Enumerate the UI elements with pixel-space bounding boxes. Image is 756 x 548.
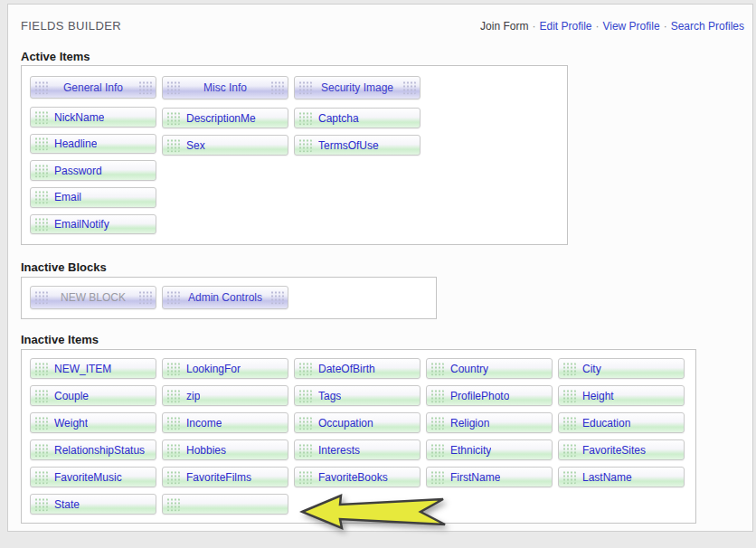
field-item-inactive[interactable]: Couple (30, 385, 156, 406)
drag-handle-icon[interactable] (562, 416, 576, 430)
drag-handle-icon[interactable] (298, 138, 312, 152)
drag-handle-icon[interactable] (298, 362, 312, 375)
field-item-inactive[interactable]: FavoriteMusic (30, 467, 156, 487)
drag-handle-icon[interactable] (166, 416, 180, 430)
field-item-inactive[interactable]: NEW_ITEM (30, 358, 156, 379)
field-item-inactive[interactable]: LookingFor (162, 358, 288, 379)
drag-handle-icon[interactable] (298, 416, 312, 430)
field-item-inactive[interactable]: Education (558, 412, 685, 433)
nav-link-1[interactable]: Edit Profile (539, 20, 591, 33)
field-item-active[interactable]: NickName (30, 107, 156, 128)
field-item-inactive[interactable]: FirstName (426, 467, 553, 487)
drag-handle-icon[interactable] (166, 443, 180, 457)
field-item-inactive[interactable]: Occupation (294, 412, 421, 433)
drag-handle-icon[interactable] (298, 81, 312, 95)
field-item-inactive[interactable]: RelationshipStatus (30, 439, 156, 460)
drag-handle-icon[interactable] (34, 443, 48, 457)
drag-handle-icon[interactable] (34, 497, 48, 511)
field-item-active[interactable]: EmailNotify (30, 214, 156, 235)
field-item-active[interactable]: Headline (30, 134, 156, 155)
field-item-inactive[interactable]: Height (558, 385, 685, 406)
item-label: Religion (450, 417, 489, 430)
field-item-inactive[interactable]: State (30, 494, 156, 515)
field-item-inactive[interactable]: Interests (294, 439, 421, 460)
field-item-active[interactable]: DescriptionMe (162, 108, 288, 128)
block-item-active[interactable]: Security Image (294, 76, 421, 99)
drag-handle-icon[interactable] (138, 291, 152, 305)
drag-handle-icon[interactable] (298, 443, 312, 457)
drag-handle-icon[interactable] (562, 389, 576, 402)
drag-handle-icon[interactable] (166, 470, 180, 484)
drag-handle-icon[interactable] (298, 470, 312, 484)
drag-handle-icon[interactable] (166, 497, 180, 511)
drag-handle-icon[interactable] (34, 217, 48, 231)
drag-handle-icon[interactable] (34, 137, 48, 151)
drag-handle-icon[interactable] (430, 443, 444, 457)
item-label: LookingFor (186, 363, 241, 375)
drag-handle-icon[interactable] (138, 80, 152, 94)
drag-handle-icon[interactable] (270, 291, 284, 305)
block-item-inactive[interactable]: NEW BLOCK (30, 286, 156, 309)
nav-link-0[interactable]: Join Form (480, 20, 528, 33)
field-item-inactive[interactable]: Hobbies (162, 439, 288, 460)
drag-handle-icon[interactable] (402, 81, 416, 95)
field-item-inactive[interactable]: Weight (30, 412, 156, 433)
field-item-inactive[interactable]: Tags (294, 385, 421, 406)
drag-handle-icon[interactable] (562, 470, 576, 484)
field-item-active[interactable]: TermsOfUse (294, 135, 421, 156)
inactive-blocks-box: NEW BLOCKAdmin Controls (21, 277, 437, 319)
nav-link-2[interactable]: View Profile (602, 20, 659, 33)
drag-handle-icon[interactable] (166, 111, 180, 125)
drag-handle-icon[interactable] (298, 389, 312, 402)
drag-handle-icon[interactable] (34, 110, 48, 124)
drag-handle-icon[interactable] (34, 164, 48, 177)
item-label: Country (450, 363, 488, 375)
block-item-active[interactable]: Misc Info (162, 76, 288, 99)
drag-handle-icon[interactable] (270, 81, 284, 95)
field-item-inactive[interactable]: Religion (426, 412, 553, 433)
drag-handle-icon[interactable] (430, 362, 444, 375)
drag-handle-icon[interactable] (34, 80, 48, 94)
drag-handle-icon[interactable] (34, 389, 48, 402)
item-label: Captcha (318, 112, 359, 125)
drag-handle-icon[interactable] (34, 291, 48, 305)
field-item-inactive[interactable] (162, 494, 288, 515)
drag-handle-icon[interactable] (34, 470, 48, 484)
field-item-inactive[interactable]: LastName (558, 467, 685, 487)
field-item-inactive[interactable]: DateOfBirth (294, 358, 421, 379)
drag-handle-icon[interactable] (430, 470, 444, 484)
field-item-inactive[interactable]: Country (426, 358, 553, 379)
field-item-inactive[interactable]: FavoriteBooks (294, 467, 421, 487)
item-label: Couple (54, 390, 89, 402)
drag-handle-icon[interactable] (166, 81, 180, 95)
field-item-active[interactable]: Email (30, 187, 156, 208)
field-item-inactive[interactable]: FavoriteFilms (162, 467, 288, 487)
drag-handle-icon[interactable] (166, 138, 180, 152)
field-item-active[interactable]: Sex (162, 135, 288, 156)
drag-handle-icon[interactable] (562, 443, 576, 457)
drag-handle-icon[interactable] (562, 362, 576, 375)
item-label: FavoriteSites (582, 444, 646, 457)
drag-handle-icon[interactable] (298, 111, 312, 125)
drag-handle-icon[interactable] (166, 389, 180, 402)
field-item-active[interactable]: Password (30, 160, 156, 181)
drag-handle-icon[interactable] (166, 362, 180, 375)
field-item-inactive[interactable]: zip (162, 385, 288, 406)
drag-handle-icon[interactable] (166, 291, 180, 305)
field-item-inactive[interactable]: ProfilePhoto (426, 385, 553, 406)
item-label: RelationshipStatus (54, 444, 145, 457)
block-item-inactive[interactable]: Admin Controls (162, 286, 288, 309)
drag-handle-icon[interactable] (34, 362, 48, 375)
drag-handle-icon[interactable] (430, 416, 444, 430)
drag-handle-icon[interactable] (430, 389, 444, 402)
nav-link-3[interactable]: Search Profiles (671, 20, 744, 33)
drag-handle-icon[interactable] (34, 191, 48, 204)
drag-handle-icon[interactable] (34, 416, 48, 430)
field-item-inactive[interactable]: City (558, 358, 685, 379)
field-item-active[interactable]: Captcha (294, 108, 421, 128)
block-item-active[interactable]: General Info (30, 76, 156, 99)
field-item-inactive[interactable]: Income (162, 412, 288, 433)
field-item-inactive[interactable]: Ethnicity (426, 439, 553, 460)
field-item-inactive[interactable]: FavoriteSites (558, 439, 685, 460)
item-label: FavoriteBooks (318, 471, 388, 484)
